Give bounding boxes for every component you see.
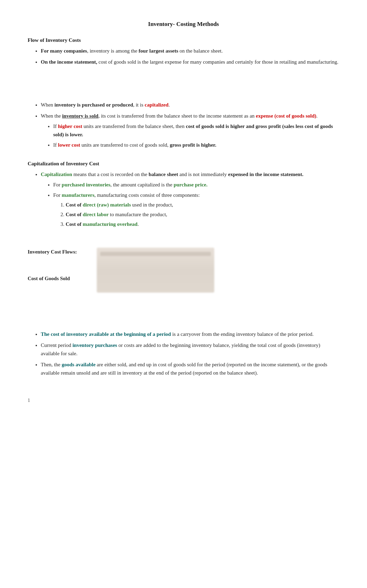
cap-post2: and is not immediately [178,172,228,177]
list-item-purchased: When inventory is purchased or produced,… [41,101,339,109]
page-title: Inventory- Costing Methods [28,21,339,28]
purchased-pre: When [41,102,55,108]
cogs-bullets-list: The cost of inventory available at the b… [28,330,339,377]
lower-pre: If [53,142,58,148]
higher-bold: higher cost [58,123,82,129]
n2-post: to manufacture the product, [109,212,167,217]
n2-pre: Cost of [66,212,83,217]
sold-bold: inventory is sold [62,113,98,119]
beginning-period-text: The cost of inventory available at the b… [41,331,171,337]
beginning-period-post: is a carryover from the ending inventory… [171,331,314,337]
companies-bold: For many companies [41,48,87,54]
list-item-sold: When the inventory is sold, its cost is … [41,112,339,149]
section-heading-capitalization: Capitalization of Inventory Cost [28,161,339,167]
list-item-companies: For many companies, inventory is among t… [41,47,339,55]
n3-pre: Cost of [66,221,83,227]
expense-text: expense (cost of goods sold) [256,113,316,119]
cap-sub-list: For purchased inventories, the amount ca… [41,181,339,228]
n3-post: . [138,221,139,227]
section-heading-flow: Flow of Inventory Costs [28,37,339,43]
cogs-bullet-1: The cost of inventory available at the b… [41,330,339,338]
inventory-cost-flows-label: Inventory Cost Flows: [28,249,90,255]
n1-post: used in the product, [131,202,173,208]
manufacturers-term: manufacturers [62,192,95,198]
cost-sub-list: If higher cost units are transferred fro… [41,122,339,149]
sold-post: , its cost is transferred from the balan… [98,113,256,119]
cogs-bullet-2: Current period inventory purchases or co… [41,341,339,358]
companies-end: on the balance sheet. [178,48,223,54]
blurred-diagram [97,248,214,293]
purchased-post: , it is [133,102,144,108]
page-number: 1 [28,398,339,403]
sub-item-lower-cost: If lower cost units are transferred to c… [53,141,339,149]
income-statement-text: cost of goods sold is the largest expens… [97,59,338,65]
capitalized-text: capitalized [144,102,168,108]
current-period-pre: Current period [41,342,73,348]
capitalized-period: . [169,102,170,108]
n1-bold: direct (raw) materials [83,202,131,208]
largest-assets-bold: four largest assets [139,48,178,54]
sub2-post: , manufacturing costs consist of three c… [94,192,200,198]
inventory-concepts-list: When inventory is purchased or produced,… [28,101,339,149]
expense-period: . [316,113,318,119]
lower-post: units are transferred to cost of goods s… [80,142,170,148]
list-item-income-statement: On the income statement, cost of goods s… [41,58,339,66]
expensed-text: expensed in the income statement. [228,172,303,177]
numbered-item-1: Cost of direct (raw) materials used in t… [66,201,339,209]
higher-pre: If [53,123,58,129]
cap-post: means that a cost is recorded on the [72,172,149,177]
goods-available-pre: Then, the [41,362,62,367]
companies-text: , inventory is among the [87,48,139,54]
components-list: Cost of direct (raw) materials used in t… [53,201,339,228]
cogs-bullet-3: Then, the goods available are either sol… [41,360,339,377]
sub2-pre: For [53,192,62,198]
cost-flows-section: Inventory Cost Flows: Cost of Goods Sold [28,248,339,302]
purchase-price-term: purchase price. [173,182,207,187]
n2-bold: direct labor [83,212,109,217]
capitalization-term: Capitalization [41,172,72,177]
goods-available-text: goods available [62,362,95,367]
lower-bold: lower cost [58,142,80,148]
sold-pre: When the [41,113,62,119]
numbered-item-3: Cost of manufacturing overhead. [66,220,339,228]
flow-inventory-list: For many companies, inventory is among t… [28,47,339,66]
income-statement-bold: On the income statement, [41,59,97,65]
n1-pre: Cost of [66,202,83,208]
sub-item-manufacturers: For manufacturers, manufacturing costs c… [53,191,339,228]
higher-post: units are transferred from the balance s… [82,123,186,129]
capitalization-list: Capitalization means that a cost is reco… [28,170,339,228]
inventory-purchases-text: inventory purchases [73,342,117,348]
lower-result: gross profit is higher. [170,142,216,148]
balance-sheet-text: balance sheet [149,172,178,177]
sub1-pre: For [53,182,62,187]
sub-item-purchased-inv: For purchased inventories, the amount ca… [53,181,339,189]
sub1-post: , the amount capitalized is the [111,182,174,187]
numbered-item-2: Cost of direct labor to manufacture the … [66,210,339,219]
sub-item-higher-cost: If higher cost units are transferred fro… [53,122,339,139]
cost-of-goods-sold-label: Cost of Goods Sold [28,276,90,282]
list-item-capitalization: Capitalization means that a cost is reco… [41,170,339,228]
purchased-inv-term: purchased inventories [62,182,111,187]
n3-bold: manufacturing overhead [83,221,138,227]
cost-flows-labels: Inventory Cost Flows: Cost of Goods Sold [28,248,90,302]
purchased-bold: inventory is purchased or produced [55,102,133,108]
